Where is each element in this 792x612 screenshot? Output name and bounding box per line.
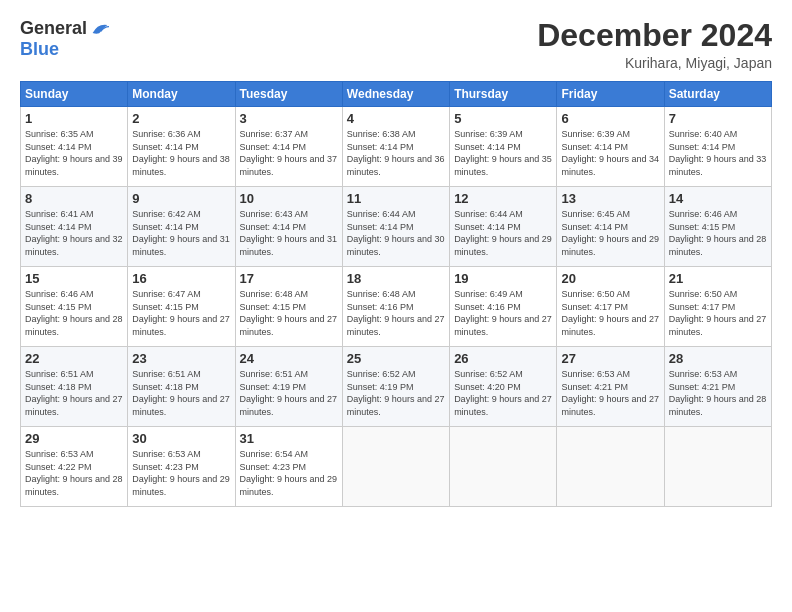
day-number: 17 <box>240 271 338 286</box>
day-info: Sunrise: 6:40 AMSunset: 4:14 PMDaylight:… <box>669 128 767 178</box>
calendar-cell: 4Sunrise: 6:38 AMSunset: 4:14 PMDaylight… <box>342 107 449 187</box>
day-info: Sunrise: 6:49 AMSunset: 4:16 PMDaylight:… <box>454 288 552 338</box>
calendar-cell: 7Sunrise: 6:40 AMSunset: 4:14 PMDaylight… <box>664 107 771 187</box>
title-area: December 2024 Kurihara, Miyagi, Japan <box>537 18 772 71</box>
calendar-cell: 12Sunrise: 6:44 AMSunset: 4:14 PMDayligh… <box>450 187 557 267</box>
day-info: Sunrise: 6:47 AMSunset: 4:15 PMDaylight:… <box>132 288 230 338</box>
day-info: Sunrise: 6:50 AMSunset: 4:17 PMDaylight:… <box>561 288 659 338</box>
calendar-week-row: 22Sunrise: 6:51 AMSunset: 4:18 PMDayligh… <box>21 347 772 427</box>
day-info: Sunrise: 6:54 AMSunset: 4:23 PMDaylight:… <box>240 448 338 498</box>
day-info: Sunrise: 6:44 AMSunset: 4:14 PMDaylight:… <box>347 208 445 258</box>
calendar-cell: 23Sunrise: 6:51 AMSunset: 4:18 PMDayligh… <box>128 347 235 427</box>
day-number: 13 <box>561 191 659 206</box>
day-info: Sunrise: 6:48 AMSunset: 4:15 PMDaylight:… <box>240 288 338 338</box>
calendar-week-row: 8Sunrise: 6:41 AMSunset: 4:14 PMDaylight… <box>21 187 772 267</box>
day-info: Sunrise: 6:53 AMSunset: 4:21 PMDaylight:… <box>561 368 659 418</box>
calendar-cell: 25Sunrise: 6:52 AMSunset: 4:19 PMDayligh… <box>342 347 449 427</box>
day-info: Sunrise: 6:51 AMSunset: 4:18 PMDaylight:… <box>25 368 123 418</box>
day-info: Sunrise: 6:42 AMSunset: 4:14 PMDaylight:… <box>132 208 230 258</box>
calendar-cell: 21Sunrise: 6:50 AMSunset: 4:17 PMDayligh… <box>664 267 771 347</box>
calendar-cell: 16Sunrise: 6:47 AMSunset: 4:15 PMDayligh… <box>128 267 235 347</box>
calendar-header-row: SundayMondayTuesdayWednesdayThursdayFrid… <box>21 82 772 107</box>
calendar-cell: 9Sunrise: 6:42 AMSunset: 4:14 PMDaylight… <box>128 187 235 267</box>
day-number: 1 <box>25 111 123 126</box>
day-of-week-header: Wednesday <box>342 82 449 107</box>
day-number: 29 <box>25 431 123 446</box>
calendar-cell: 10Sunrise: 6:43 AMSunset: 4:14 PMDayligh… <box>235 187 342 267</box>
calendar-cell: 1Sunrise: 6:35 AMSunset: 4:14 PMDaylight… <box>21 107 128 187</box>
day-info: Sunrise: 6:52 AMSunset: 4:20 PMDaylight:… <box>454 368 552 418</box>
calendar-cell: 8Sunrise: 6:41 AMSunset: 4:14 PMDaylight… <box>21 187 128 267</box>
day-info: Sunrise: 6:41 AMSunset: 4:14 PMDaylight:… <box>25 208 123 258</box>
calendar-cell: 26Sunrise: 6:52 AMSunset: 4:20 PMDayligh… <box>450 347 557 427</box>
day-number: 18 <box>347 271 445 286</box>
calendar-cell: 24Sunrise: 6:51 AMSunset: 4:19 PMDayligh… <box>235 347 342 427</box>
day-number: 25 <box>347 351 445 366</box>
logo-bird-icon <box>91 20 109 38</box>
calendar-cell: 22Sunrise: 6:51 AMSunset: 4:18 PMDayligh… <box>21 347 128 427</box>
logo: General Blue <box>20 18 109 60</box>
day-info: Sunrise: 6:35 AMSunset: 4:14 PMDaylight:… <box>25 128 123 178</box>
day-number: 21 <box>669 271 767 286</box>
calendar-cell: 13Sunrise: 6:45 AMSunset: 4:14 PMDayligh… <box>557 187 664 267</box>
calendar-cell: 14Sunrise: 6:46 AMSunset: 4:15 PMDayligh… <box>664 187 771 267</box>
day-info: Sunrise: 6:51 AMSunset: 4:19 PMDaylight:… <box>240 368 338 418</box>
calendar-cell <box>557 427 664 507</box>
day-number: 31 <box>240 431 338 446</box>
calendar-table: SundayMondayTuesdayWednesdayThursdayFrid… <box>20 81 772 507</box>
calendar-cell <box>342 427 449 507</box>
day-number: 12 <box>454 191 552 206</box>
calendar-cell: 6Sunrise: 6:39 AMSunset: 4:14 PMDaylight… <box>557 107 664 187</box>
calendar-week-row: 29Sunrise: 6:53 AMSunset: 4:22 PMDayligh… <box>21 427 772 507</box>
day-number: 9 <box>132 191 230 206</box>
day-info: Sunrise: 6:52 AMSunset: 4:19 PMDaylight:… <box>347 368 445 418</box>
day-number: 7 <box>669 111 767 126</box>
day-info: Sunrise: 6:37 AMSunset: 4:14 PMDaylight:… <box>240 128 338 178</box>
day-info: Sunrise: 6:53 AMSunset: 4:21 PMDaylight:… <box>669 368 767 418</box>
day-number: 8 <box>25 191 123 206</box>
day-number: 20 <box>561 271 659 286</box>
calendar-cell: 18Sunrise: 6:48 AMSunset: 4:16 PMDayligh… <box>342 267 449 347</box>
day-number: 27 <box>561 351 659 366</box>
logo-general-text: General <box>20 18 87 39</box>
day-info: Sunrise: 6:53 AMSunset: 4:22 PMDaylight:… <box>25 448 123 498</box>
day-info: Sunrise: 6:36 AMSunset: 4:14 PMDaylight:… <box>132 128 230 178</box>
day-info: Sunrise: 6:43 AMSunset: 4:14 PMDaylight:… <box>240 208 338 258</box>
day-info: Sunrise: 6:38 AMSunset: 4:14 PMDaylight:… <box>347 128 445 178</box>
day-number: 4 <box>347 111 445 126</box>
day-of-week-header: Thursday <box>450 82 557 107</box>
day-number: 23 <box>132 351 230 366</box>
calendar-cell: 28Sunrise: 6:53 AMSunset: 4:21 PMDayligh… <box>664 347 771 427</box>
day-info: Sunrise: 6:53 AMSunset: 4:23 PMDaylight:… <box>132 448 230 498</box>
day-of-week-header: Friday <box>557 82 664 107</box>
calendar-cell: 30Sunrise: 6:53 AMSunset: 4:23 PMDayligh… <box>128 427 235 507</box>
calendar-cell: 3Sunrise: 6:37 AMSunset: 4:14 PMDaylight… <box>235 107 342 187</box>
calendar-cell <box>664 427 771 507</box>
day-number: 24 <box>240 351 338 366</box>
calendar-container: General Blue December 2024 Kurihara, Miy… <box>0 0 792 612</box>
day-of-week-header: Saturday <box>664 82 771 107</box>
calendar-week-row: 1Sunrise: 6:35 AMSunset: 4:14 PMDaylight… <box>21 107 772 187</box>
day-number: 22 <box>25 351 123 366</box>
day-info: Sunrise: 6:44 AMSunset: 4:14 PMDaylight:… <box>454 208 552 258</box>
calendar-cell: 5Sunrise: 6:39 AMSunset: 4:14 PMDaylight… <box>450 107 557 187</box>
calendar-cell: 17Sunrise: 6:48 AMSunset: 4:15 PMDayligh… <box>235 267 342 347</box>
day-info: Sunrise: 6:51 AMSunset: 4:18 PMDaylight:… <box>132 368 230 418</box>
day-number: 11 <box>347 191 445 206</box>
location-text: Kurihara, Miyagi, Japan <box>537 55 772 71</box>
day-info: Sunrise: 6:39 AMSunset: 4:14 PMDaylight:… <box>561 128 659 178</box>
header: General Blue December 2024 Kurihara, Miy… <box>20 18 772 71</box>
calendar-cell: 19Sunrise: 6:49 AMSunset: 4:16 PMDayligh… <box>450 267 557 347</box>
day-info: Sunrise: 6:45 AMSunset: 4:14 PMDaylight:… <box>561 208 659 258</box>
day-of-week-header: Monday <box>128 82 235 107</box>
day-number: 6 <box>561 111 659 126</box>
day-info: Sunrise: 6:46 AMSunset: 4:15 PMDaylight:… <box>669 208 767 258</box>
calendar-cell: 27Sunrise: 6:53 AMSunset: 4:21 PMDayligh… <box>557 347 664 427</box>
day-info: Sunrise: 6:50 AMSunset: 4:17 PMDaylight:… <box>669 288 767 338</box>
day-number: 2 <box>132 111 230 126</box>
day-number: 16 <box>132 271 230 286</box>
logo-blue-text: Blue <box>20 39 59 60</box>
day-info: Sunrise: 6:48 AMSunset: 4:16 PMDaylight:… <box>347 288 445 338</box>
day-info: Sunrise: 6:46 AMSunset: 4:15 PMDaylight:… <box>25 288 123 338</box>
day-of-week-header: Tuesday <box>235 82 342 107</box>
